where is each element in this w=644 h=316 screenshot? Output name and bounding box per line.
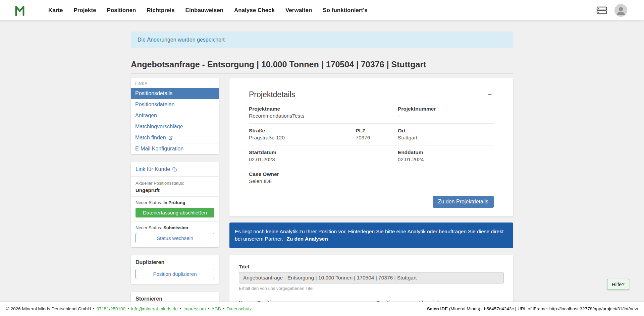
sidebar-item-matchingvorschlaege[interactable]: Matchingvorschläge <box>131 121 219 132</box>
titel-help: Erhält den von uns vorgegebenen Titel. <box>239 286 504 291</box>
new-status-1-value: In Prüfung <box>163 200 185 205</box>
footer-left: © 2026 Mineral Minds Deutschland GmbH • … <box>6 306 252 311</box>
main-nav: Karte Projekte Positionen Richtpreis Ein… <box>43 4 373 16</box>
footer-datenschutz-link[interactable]: Datenschutz <box>226 306 252 311</box>
current-status-label: Aktueller Positionsstatus: <box>136 181 214 186</box>
sidebar-item-label: Matchingvorschläge <box>135 124 183 130</box>
nav-item-projekte[interactable]: Projekte <box>68 4 101 16</box>
nav-item-karte[interactable]: Karte <box>43 4 68 16</box>
footer-phone-link[interactable]: 07151/250100 <box>97 306 125 311</box>
new-status-2-line: Neuer Status: Submission <box>136 225 214 230</box>
status-card: Link für Kunde Aktueller Positionsstatus… <box>131 162 219 247</box>
nav-item-richtpreis[interactable]: Richtpreis <box>141 4 180 16</box>
nav-item-verwalten[interactable]: Verwalten <box>280 4 317 16</box>
strasse-value: Pragstraße 120 <box>249 135 356 141</box>
footer-session-details: (Mineral Minds) | b56457d4243c | URL of … <box>449 306 638 311</box>
nav-item-so-funktionierts[interactable]: So funktioniert's <box>317 4 373 16</box>
enddatum-label: Enddatum <box>398 149 494 155</box>
project-row-address: Straße Pragstraße 120 PLZ 70376 Ort Stut… <box>249 124 494 145</box>
titel-input <box>239 272 504 283</box>
plz-value: 70376 <box>356 135 398 141</box>
startdatum-label: Startdatum <box>249 149 398 155</box>
project-row-owner: Case Owner Selen IDE <box>249 167 494 189</box>
sidebar-item-positionsdateien[interactable]: Positionsdateien <box>131 99 219 110</box>
strasse-label: Straße <box>249 128 356 134</box>
sidebar-item-label: Anfragen <box>135 113 157 119</box>
footer: © 2026 Mineral Minds Deutschland GmbH • … <box>0 302 644 316</box>
external-link-icon <box>168 136 173 140</box>
collapse-icon[interactable]: − <box>486 90 494 98</box>
nav-item-analyse-check[interactable]: Analyse Check <box>229 4 280 16</box>
projektname-value: RecommendationsTests <box>249 113 398 119</box>
ort-label: Ort <box>398 128 494 134</box>
server-icon[interactable] <box>596 6 607 15</box>
analytics-banner: Es liegt noch keine Analytik zu Ihrer Po… <box>229 223 513 248</box>
brand-logo[interactable] <box>15 4 29 16</box>
current-status-value: Ungeprüft <box>136 187 214 193</box>
sidebar: LINKS Positionsdetails Positionsdateien … <box>131 78 219 316</box>
cancel-header: Stornieren <box>136 296 214 302</box>
duplicate-position-button[interactable]: Position duplizieren <box>136 269 214 279</box>
saved-alert-text: Die Änderungen wurden gespeichert <box>138 37 225 43</box>
footer-separator: • <box>223 306 225 311</box>
sidebar-item-anfragen[interactable]: Anfragen <box>131 110 219 121</box>
new-status-prefix: Neuer Status: <box>136 225 162 230</box>
project-details-button[interactable]: Zu den Projektdetails <box>433 196 494 208</box>
analytics-banner-link[interactable]: Zu den Analysen <box>286 236 328 242</box>
plz-label: PLZ <box>356 128 398 134</box>
sidebar-item-email-konfiguration[interactable]: E-Mail Konfiguration <box>131 143 219 154</box>
top-navbar: Karte Projekte Positionen Richtpreis Ein… <box>0 0 644 20</box>
sidebar-item-label: Positionsdateien <box>135 102 174 108</box>
case-owner-label: Case Owner <box>249 171 494 177</box>
mineral-minds-logo-icon <box>15 4 29 16</box>
switch-status-button[interactable]: Status wechseln <box>136 233 214 243</box>
enddatum-value: 02.01.2024 <box>398 156 494 163</box>
new-status-1-block: Neuer Status: In Prüfung Datenerfassung … <box>131 197 219 222</box>
case-owner-value: Selen IDE <box>249 178 494 184</box>
customer-link[interactable]: Link für Kunde <box>131 162 219 177</box>
footer-separator: • <box>180 306 181 311</box>
page-container: Die Änderungen wurden gespeichert Angebo… <box>131 0 513 316</box>
sidebar-item-label: Match finden <box>135 135 166 141</box>
footer-separator: • <box>208 306 209 311</box>
sidebar-item-label: Positionsdetails <box>135 90 172 97</box>
links-header: LINKS <box>131 78 219 88</box>
duplicate-card: Duplizieren Position duplizieren <box>131 255 219 284</box>
footer-session-info: Selen IDE (Mineral Minds) | b56457d4243c… <box>427 306 638 311</box>
new-status-prefix: Neuer Status: <box>136 200 162 205</box>
help-button[interactable]: Hilfe? <box>607 279 629 290</box>
duplicate-header: Duplizieren <box>136 259 214 265</box>
sidebar-item-positionsdetails[interactable]: Positionsdetails <box>131 88 219 99</box>
project-details-title: Projektdetails <box>249 90 295 99</box>
saved-alert: Die Änderungen wurden gespeichert <box>131 31 513 48</box>
project-row-dates: Startdatum 02.01.2023 Enddatum 02.01.202… <box>249 145 494 167</box>
copy-icon <box>172 167 177 172</box>
footer-email-link[interactable]: info@mineral-minds.de <box>131 306 178 311</box>
projektnummer-value: - <box>398 113 494 119</box>
current-status-block: Aktueller Positionsstatus: Ungeprüft <box>131 177 219 197</box>
title-divider <box>131 73 513 74</box>
footer-copyright: © 2026 Mineral Minds Deutschland GmbH <box>6 306 91 311</box>
projektnummer-label: Projektnummer <box>398 106 494 112</box>
user-avatar[interactable] <box>614 4 627 17</box>
new-status-1-line: Neuer Status: In Prüfung <box>136 200 214 205</box>
nav-item-positionen[interactable]: Positionen <box>102 4 142 16</box>
new-status-2-block: Neuer Status: Submission Status wechseln <box>131 222 219 247</box>
sidebar-item-label: E-Mail Konfiguration <box>135 146 183 152</box>
ort-value: Stuttgart <box>398 135 494 141</box>
footer-user-name: Selen IDE <box>427 306 448 311</box>
footer-separator: • <box>127 306 129 311</box>
analytics-banner-text: Es liegt noch keine Analytik zu Ihrer Po… <box>235 229 503 242</box>
nav-item-einbauweisen[interactable]: Einbauweisen <box>180 4 229 16</box>
customer-link-label: Link für Kunde <box>136 166 170 172</box>
titel-label: Titel <box>239 264 504 269</box>
complete-data-entry-button[interactable]: Datenerfassung abschließen <box>136 208 214 217</box>
page-title: Angebotsanfrage - Entsorgung | 10.000 To… <box>131 60 513 69</box>
project-row-name: Projektname RecommendationsTests Projekt… <box>249 105 494 124</box>
new-status-2-value: Submission <box>163 225 188 230</box>
footer-impressum-link[interactable]: Impressum <box>183 306 206 311</box>
footer-separator: • <box>93 306 95 311</box>
sidebar-item-match-finden[interactable]: Match finden <box>131 132 219 143</box>
footer-agb-link[interactable]: AGB <box>211 306 221 311</box>
links-card: LINKS Positionsdetails Positionsdateien … <box>131 78 219 154</box>
